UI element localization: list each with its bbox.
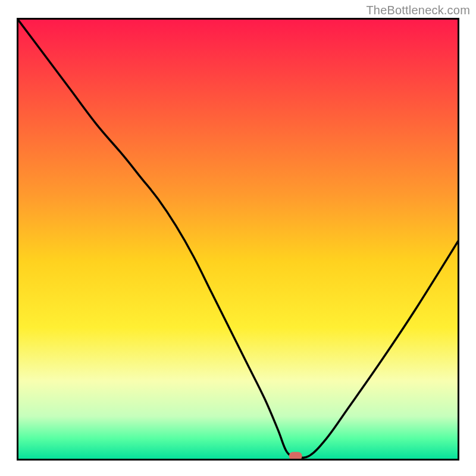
chart-svg: [17, 18, 459, 461]
watermark-text: TheBottleneck.com: [366, 4, 470, 17]
plot-frame: [17, 18, 459, 461]
chart-container: TheBottleneck.com: [0, 0, 476, 476]
gradient-background: [17, 18, 459, 461]
